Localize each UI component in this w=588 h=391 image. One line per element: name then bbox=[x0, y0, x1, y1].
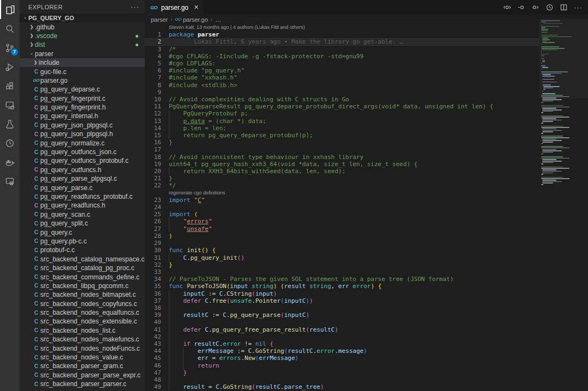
code-editor[interactable]: Steven Kalt, 13 months ago | 4 authors (… bbox=[145, 24, 539, 391]
tree-item-protobuf-c-c[interactable]: Cprotobuf-c.c bbox=[20, 246, 145, 254]
indent-guide bbox=[169, 225, 169, 233]
line-number: 43 bbox=[145, 340, 161, 347]
search-icon[interactable] bbox=[0, 19, 20, 38]
tree-item-label: PG_QUERY_GO bbox=[28, 15, 74, 21]
tree-item-src-backend-nodes-list-c[interactable]: Csrc_backend_nodes_list.c bbox=[20, 326, 145, 335]
extensions-icon[interactable] bbox=[0, 76, 20, 95]
run-and-debug-icon[interactable] bbox=[0, 57, 20, 76]
breadcrumb-folder[interactable]: parser bbox=[151, 16, 168, 23]
breadcrumb-symbol[interactable]: … bbox=[215, 16, 221, 23]
code-row: 43 if resultC.error != nil { bbox=[145, 340, 539, 347]
tree-item-pg-query-outfuncs-json-c[interactable]: Cpg_query_outfuncs_json.c bbox=[20, 148, 145, 156]
open-changes-icon[interactable] bbox=[517, 3, 525, 11]
file-history-icon[interactable] bbox=[546, 3, 554, 11]
tree-item-pg-query-pb-c-c[interactable]: Cpg_query.pb-c.c bbox=[20, 237, 145, 246]
tree-item-pg-query-readfuncs-protobuf-c[interactable]: Cpg_query_readfuncs_protobuf.c bbox=[20, 192, 145, 201]
tree-item-label: pg_query_readfuncs_protobuf.c bbox=[40, 193, 132, 200]
compare-with-next-icon[interactable] bbox=[531, 3, 540, 11]
chevron-down-icon: ⌄ bbox=[22, 14, 28, 22]
tree-item-label: pg_query_json_plpgsql.h bbox=[40, 130, 113, 138]
tree-item-pg-query-outfuncs-h[interactable]: Cpg_query_outfuncs.h bbox=[20, 166, 145, 174]
close-tab-icon[interactable]: ✕ bbox=[194, 4, 199, 11]
tree-item-src-backend-nodes-equalfuncs-c[interactable]: Csrc_backend_nodes_equalfuncs.c bbox=[20, 308, 145, 317]
tree-item-src-backend-parser-gram-c[interactable]: Csrc_backend_parser_gram.c bbox=[20, 362, 145, 370]
tree-item-pg-query-fingerprint-h[interactable]: Cpg_query_fingerprint.h bbox=[20, 103, 145, 112]
tree-item-src-backend-nodes-extensible-c[interactable]: Csrc_backend_nodes_extensible.c bbox=[20, 317, 145, 326]
tree-item-src-backend-nodes-makefuncs-c[interactable]: Csrc_backend_nodes_makefuncs.c bbox=[20, 335, 145, 344]
tree-item-src-backend-commands-define-c[interactable]: Csrc_backend_commands_define.c bbox=[20, 272, 145, 281]
tree-item-src-backend-parser-parse-expr-c[interactable]: Csrc_backend_parser_parse_expr.c bbox=[20, 371, 145, 380]
tree-root[interactable]: ⌄PG_QUERY_GO bbox=[20, 14, 145, 22]
tree-item-label: .vscode bbox=[35, 32, 57, 40]
code-row: 29 bbox=[145, 240, 539, 247]
c-file-icon: C bbox=[32, 95, 40, 101]
tree-item-label: pg_query_outfuncs.h bbox=[40, 166, 101, 174]
code-row: 7#include "xxhash.h" bbox=[145, 74, 539, 81]
tree-item-pg-query-c[interactable]: Cpg_query.c bbox=[20, 228, 145, 236]
tree-item-dist[interactable]: ❯dist bbox=[20, 40, 145, 49]
tree-item-pg-query-parse-plpgsql-c[interactable]: Cpg_query_parse_plpgsql.c bbox=[20, 174, 145, 183]
tree-item-pg-query-readfuncs-h[interactable]: Cpg_query_readfuncs.h bbox=[20, 201, 145, 210]
source-control-icon[interactable]: 7 bbox=[0, 38, 20, 57]
line-number: 8 bbox=[145, 82, 161, 89]
compare-with-previous-icon[interactable] bbox=[503, 3, 511, 11]
tree-item-src-backend-nodes-copyfuncs-c[interactable]: Csrc_backend_nodes_copyfuncs.c bbox=[20, 300, 145, 308]
tree-item-label: pg_query_outfuncs_protobuf.c bbox=[40, 157, 128, 164]
tree-item-src-backend-catalog-pg-proc-c[interactable]: Csrc_backend_catalog_pg_proc.c bbox=[20, 264, 145, 272]
tree-item-guc-file-c[interactable]: Cguc-file.c bbox=[20, 67, 145, 76]
testing-beaker-icon[interactable] bbox=[0, 114, 20, 133]
tree-item-include[interactable]: ❯include bbox=[20, 58, 145, 67]
code-row: 42 bbox=[145, 333, 539, 340]
more-actions-icon[interactable]: ··· bbox=[574, 3, 583, 11]
tree-item-parser-go[interactable]: GOparser.go bbox=[20, 76, 145, 85]
tree-item-src-backend-nodes-bitmapset-c[interactable]: Csrc_backend_nodes_bitmapset.c bbox=[20, 290, 145, 299]
tree-item-label: src_backend_nodes_equalfuncs.c bbox=[40, 309, 139, 316]
docker-icon[interactable] bbox=[0, 152, 20, 172]
tree-item-pg-query-parse-c[interactable]: Cpg_query_parse.c bbox=[20, 183, 145, 192]
remote-explorer-icon[interactable] bbox=[0, 95, 20, 114]
code-row: 39 resultC := C.pg_query_parse(inputC) bbox=[145, 311, 539, 319]
gitlens-icon[interactable] bbox=[0, 133, 20, 152]
tree-item-pg-query-fingerprint-c[interactable]: Cpg_query_fingerprint.c bbox=[20, 94, 145, 103]
tree-item-pg-query-normalize-c[interactable]: Cpg_query_normalize.c bbox=[20, 138, 145, 147]
explorer-icon[interactable] bbox=[0, 0, 20, 19]
code-row: 13 p.data = (char *) data; bbox=[145, 118, 539, 125]
go-file-icon: GO bbox=[175, 17, 181, 22]
split-editor-icon[interactable] bbox=[560, 3, 568, 11]
code-row: 18// Avoid inconsistent type behaviour i… bbox=[145, 154, 539, 161]
code-row: 33 bbox=[145, 268, 539, 276]
line-number: 6 bbox=[145, 67, 161, 74]
tree-item-parser[interactable]: ⌄parser bbox=[20, 50, 145, 58]
tree-item-src-backend-libpq-pqcomm-c[interactable]: Csrc_backend_libpq_pqcomm.c bbox=[20, 282, 145, 290]
tab-parser-go[interactable]: GO parser.go ✕ bbox=[145, 0, 204, 15]
indent-guide bbox=[169, 383, 169, 390]
tree-item--vscode[interactable]: ❯.vscode bbox=[20, 32, 145, 40]
custom-tool-icon[interactable] bbox=[0, 172, 20, 191]
tree-item-label: src_backend_commands_define.c bbox=[40, 273, 139, 281]
tree-item-src-backend-nodes-nodefuncs-c[interactable]: Csrc_backend_nodes_nodeFuncs.c bbox=[20, 344, 145, 352]
indent-guide bbox=[169, 290, 169, 297]
code-row: 34// ParseToJSON - Parses the given SQL … bbox=[145, 276, 539, 283]
tree-item-pg-query-split-c[interactable]: Cpg_query_split.c bbox=[20, 219, 145, 228]
tree-item-src-backend-catalog-namespace-c[interactable]: Csrc_backend_catalog_namespace.c bbox=[20, 255, 145, 264]
breadcrumb-file[interactable]: GOparser.go bbox=[175, 16, 208, 23]
codelens-row[interactable]: regenerate cgo definitions bbox=[145, 190, 539, 197]
tree-item-pg-query-deparse-c[interactable]: Cpg_query_deparse.c bbox=[20, 85, 145, 94]
tree-item--github[interactable]: ❯.github bbox=[20, 22, 145, 31]
codelens-row[interactable]: Steven Kalt, 13 months ago | 4 authors (… bbox=[145, 24, 539, 31]
tree-item-pg-query-outfuncs-protobuf-c[interactable]: Cpg_query_outfuncs_protobuf.c bbox=[20, 156, 145, 165]
tree-item-label: src_backend_parser_parser.c bbox=[40, 380, 126, 388]
minimap[interactable] bbox=[539, 15, 588, 391]
sidebar-more-actions-icon[interactable]: ··· bbox=[131, 3, 139, 11]
code-row: 20 return XXH3_64bits_withSeed(data, len… bbox=[145, 168, 539, 175]
c-file-icon: C bbox=[32, 327, 40, 333]
tree-item-src-backend-parser-parser-c[interactable]: Csrc_backend_parser_parser.c bbox=[20, 380, 145, 388]
line-number: 23 bbox=[145, 197, 161, 204]
breadcrumb-separator-icon: › bbox=[211, 16, 212, 22]
tree-item-pg-query-json-plpgsql-c[interactable]: Cpg_query_json_plpgsql.c bbox=[20, 121, 145, 130]
tree-item-src-backend-nodes-value-c[interactable]: Csrc_backend_nodes_value.c bbox=[20, 353, 145, 362]
tree-item-pg-query-json-plpgsql-h[interactable]: Cpg_query_json_plpgsql.h bbox=[20, 130, 145, 138]
tree-item-pg-query-scan-c[interactable]: Cpg_query_scan.c bbox=[20, 210, 145, 219]
tree-item-pg-query-internal-h[interactable]: Cpg_query_internal.h bbox=[20, 112, 145, 120]
minimap-slider[interactable] bbox=[539, 19, 588, 99]
